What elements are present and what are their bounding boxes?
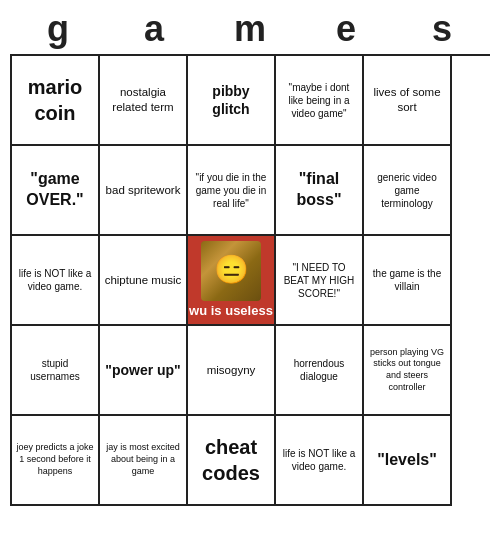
- wu-face: 😑: [201, 241, 261, 301]
- header-letter-s: s: [398, 8, 486, 50]
- header-letter-m: m: [206, 8, 294, 50]
- cell-0-0: mario coin: [12, 56, 100, 146]
- cell-0-4: lives of some sort: [364, 56, 452, 146]
- cell-4-4: "levels": [364, 416, 452, 506]
- cell-4-1: jay is most excited about being in a gam…: [100, 416, 188, 506]
- cell-0-3: "maybe i dont like being in a video game…: [276, 56, 364, 146]
- cell-3-4: person playing VG sticks out tongue and …: [364, 326, 452, 416]
- cell-3-2: misogyny: [188, 326, 276, 416]
- header-letter-a: a: [110, 8, 198, 50]
- cell-4-3: life is NOT like a video game.: [276, 416, 364, 506]
- wu-label: wu is useless: [189, 303, 273, 320]
- cell-2-3: "I NEED TO BEAT MY HIGH SCORE!": [276, 236, 364, 326]
- cell-4-0: joey predicts a joke 1 second before it …: [12, 416, 100, 506]
- cell-0-1: nostalgia related term: [100, 56, 188, 146]
- cell-1-1: bad spritework: [100, 146, 188, 236]
- bingo-header: g a m e s: [10, 0, 490, 54]
- cell-1-3: "final boss": [276, 146, 364, 236]
- cell-3-0: stupid usernames: [12, 326, 100, 416]
- cell-4-2: cheat codes: [188, 416, 276, 506]
- cell-2-1: chiptune music: [100, 236, 188, 326]
- cell-0-2: pibby glitch: [188, 56, 276, 146]
- cell-2-4: the game is the villain: [364, 236, 452, 326]
- cell-3-1: "power up": [100, 326, 188, 416]
- cell-3-3: horrendous dialogue: [276, 326, 364, 416]
- header-letter-g: g: [14, 8, 102, 50]
- cell-1-4: generic video game terminology: [364, 146, 452, 236]
- cell-1-2: "if you die in the game you die in real …: [188, 146, 276, 236]
- cell-2-2-wu: 😑 wu is useless: [188, 236, 276, 326]
- cell-1-0: "game OVER.": [12, 146, 100, 236]
- cell-2-0: life is NOT like a video game.: [12, 236, 100, 326]
- header-letter-e: e: [302, 8, 390, 50]
- bingo-grid: mario coin nostalgia related term pibby …: [10, 54, 490, 506]
